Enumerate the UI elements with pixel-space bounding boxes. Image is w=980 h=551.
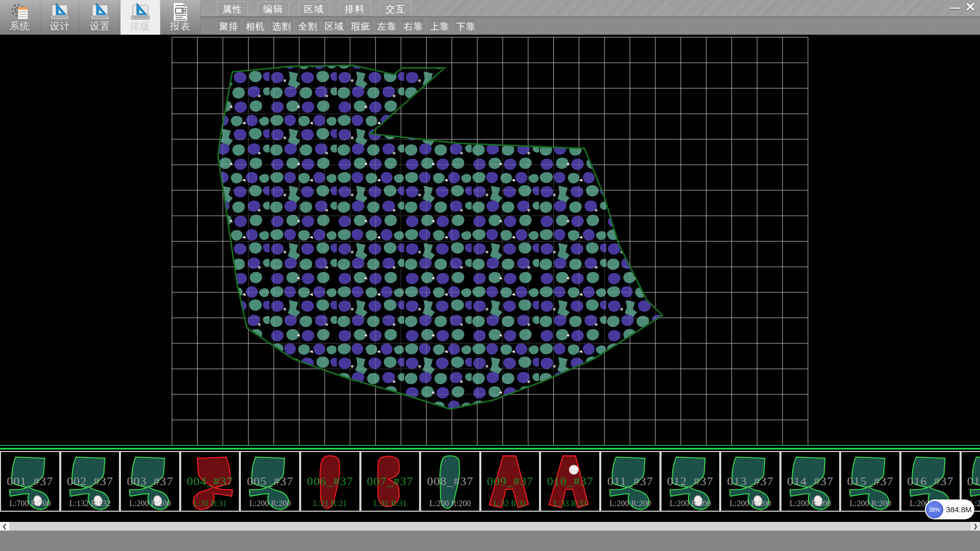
piece-thumbnail-005_#37[interactable]: 005_#37 L:200 R:200	[240, 451, 300, 512]
scroll-left-icon[interactable]: ❮	[0, 522, 9, 531]
piece-name: 014_#37	[781, 474, 840, 488]
horizontal-scrollbar[interactable]: ❮ ❯	[0, 522, 980, 531]
piece-counts: L:33 R:33	[541, 499, 599, 508]
status-badge: 38% 384.8M	[925, 499, 974, 519]
design-ruler-icon	[51, 3, 69, 19]
tool-button-9[interactable]: 下靠	[454, 19, 478, 34]
piece-counts: L:31 R:31	[361, 499, 420, 508]
minimize-icon[interactable]: —	[947, 2, 963, 13]
piece-counts: L:200 R:200	[721, 499, 779, 508]
report-doc-icon	[174, 3, 187, 21]
piece-counts: L:200 R:200	[121, 499, 179, 508]
piece-counts: L:132 R:132	[61, 499, 119, 508]
tool-button-5[interactable]: 瑕疵	[349, 19, 373, 34]
pieces-panel: 001_#37 L:700 R:700 002_#37 L:132 R:132 …	[0, 448, 980, 513]
progress-percent-badge: 38%	[926, 501, 943, 518]
piece-name: 008_#37	[421, 474, 479, 488]
piece-thumbnail-003_#37[interactable]: 003_#37 L:200 R:200	[120, 451, 180, 512]
piece-name: 012_#37	[662, 474, 720, 488]
piece-name: 015_#37	[841, 474, 899, 488]
piece-thumbnail-row: 001_#37 L:700 R:700 002_#37 L:132 R:132 …	[0, 451, 980, 512]
strip-divider	[0, 445, 980, 446]
piece-counts: L:32 R:31	[481, 499, 540, 508]
nav-tab-settings[interactable]: 设置	[80, 0, 120, 35]
piece-name: 005_#37	[241, 474, 299, 488]
piece-thumbnail-002_#37[interactable]: 002_#37 L:132 R:132	[60, 451, 120, 512]
tool-button-4[interactable]: 区域	[322, 19, 346, 34]
footer-bar	[0, 531, 980, 551]
piece-thumbnail-007_#37[interactable]: 007_#37 L:31 R:31	[360, 451, 421, 512]
menu-item-3[interactable]: 排料	[339, 2, 371, 16]
memory-usage-label: 384.8M	[943, 505, 974, 514]
menu-item-1[interactable]: 编辑	[258, 2, 289, 16]
piece-counts: L:200 R:200	[421, 499, 479, 508]
pieces-panel-top-border	[0, 448, 980, 449]
close-icon[interactable]: ✕	[963, 1, 978, 14]
piece-counts: L:31 R:31	[181, 499, 239, 508]
piece-name: 013_#37	[721, 474, 779, 488]
piece-thumbnail-004_#37[interactable]: 004_#37 L:31 R:31	[180, 451, 240, 512]
tool-button-0[interactable]: 聚排	[217, 19, 241, 34]
nav-tab-nesting[interactable]: 排版	[120, 0, 161, 35]
main-nav-tabs: 系统	[0, 0, 201, 35]
piece-counts: L:200 R:200	[241, 499, 299, 508]
menu-bar: 属性编辑区域排料交互	[217, 2, 421, 17]
piece-name: 017_#37	[962, 474, 980, 488]
leather-hide-nested-pieces[interactable]	[218, 65, 663, 409]
tool-button-7[interactable]: 右靠	[401, 19, 425, 34]
tool-button-6[interactable]: 左靠	[375, 19, 399, 34]
piece-name: 006_#37	[301, 474, 359, 488]
tool-button-2[interactable]: 选割	[270, 19, 293, 34]
tool-button-3[interactable]: 全割	[296, 19, 320, 34]
nav-tab-report[interactable]: 报表	[160, 0, 201, 35]
menu-item-2[interactable]: 区域	[299, 2, 330, 16]
piece-counts: L:700 R:700	[1, 499, 59, 508]
piece-name: 002_#37	[61, 474, 119, 488]
piece-name: 004_#37	[181, 474, 239, 488]
toolbar: 系统	[0, 0, 980, 35]
piece-thumbnail-009_#37[interactable]: 009_#37 L:32 R:31	[480, 451, 541, 512]
piece-thumbnail-011_#37[interactable]: 011_#37 L:200 R:200	[600, 451, 660, 512]
piece-thumbnail-012_#37[interactable]: 012_#37 L:200 R:200	[660, 451, 721, 512]
piece-name: 007_#37	[361, 474, 420, 488]
piece-counts: L:200 R:200	[601, 499, 659, 508]
settings-ruler-icon	[91, 3, 109, 19]
piece-counts: L:200 R:200	[781, 499, 840, 508]
scroll-right-icon[interactable]: ❯	[971, 522, 980, 531]
tool-button-8[interactable]: 上靠	[428, 19, 452, 34]
nesting-ruler-icon	[131, 3, 150, 19]
window-controls: — ✕	[947, 0, 978, 14]
piece-name: 009_#37	[481, 474, 540, 488]
piece-thumbnail-006_#37[interactable]: 006_#37 L:21 R:21	[300, 451, 360, 512]
piece-name: 001_#37	[1, 474, 59, 488]
system-gear-icon	[12, 5, 28, 19]
piece-thumbnail-008_#37[interactable]: 008_#37 L:200 R:200	[420, 451, 480, 512]
piece-thumbnail-010_#37[interactable]: 010_#37 L:33 R:33	[540, 451, 600, 512]
app-window: 系统	[0, 0, 980, 551]
piece-name: 011_#37	[601, 474, 659, 488]
menu-item-4[interactable]: 交互	[380, 2, 411, 16]
menu-item-0[interactable]: 属性	[217, 2, 248, 16]
piece-name: 003_#37	[121, 474, 179, 488]
nav-tab-design[interactable]: 设计	[40, 0, 81, 35]
piece-counts: L:21 R:21	[301, 499, 359, 508]
nav-tab-system[interactable]: 系统	[0, 0, 40, 35]
piece-counts: L:200 R:200	[841, 499, 899, 508]
piece-name: 010_#37	[541, 474, 599, 488]
piece-thumbnail-001_#37[interactable]: 001_#37 L:700 R:700	[0, 451, 60, 512]
tool-bar: 聚排相机选割全割区域瑕疵左靠右靠上靠下靠	[217, 19, 480, 34]
piece-counts: L:200 R:200	[662, 499, 720, 508]
piece-name: 016_#37	[901, 474, 960, 488]
piece-thumbnail-014_#37[interactable]: 014_#37 L:200 R:200	[780, 451, 841, 512]
piece-thumbnail-013_#37[interactable]: 013_#37 L:200 R:200	[720, 451, 780, 512]
tool-button-1[interactable]: 相机	[243, 19, 267, 34]
piece-thumbnail-015_#37[interactable]: 015_#37 L:200 R:200	[840, 451, 900, 512]
